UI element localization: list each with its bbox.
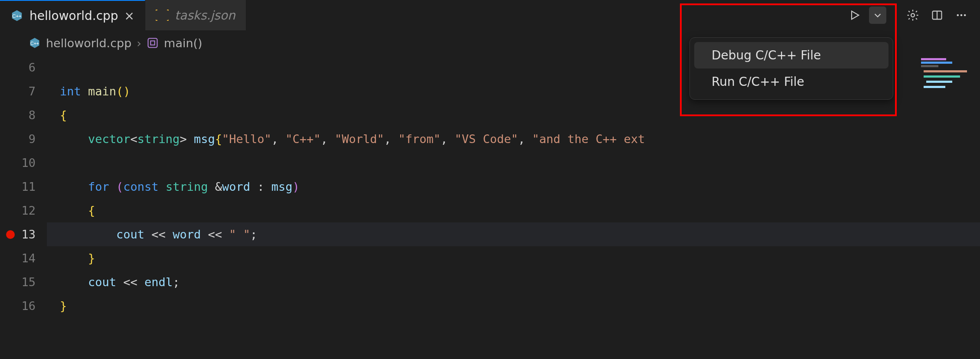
- code-line[interactable]: for (const string &word : msg): [47, 175, 980, 199]
- code-line[interactable]: {: [47, 103, 980, 127]
- tab-label: tasks.json: [175, 8, 235, 23]
- code-line[interactable]: cout << word << " ";: [47, 222, 980, 246]
- line-number: 13: [0, 222, 36, 246]
- code-line[interactable]: }: [47, 294, 980, 318]
- line-number-gutter: 678910111213141516: [0, 55, 47, 359]
- breakpoint-icon[interactable]: [6, 230, 15, 239]
- editor[interactable]: 678910111213141516 int main(){ vector<st…: [0, 55, 980, 359]
- code-line[interactable]: vector<string> msg{"Hello", "C++", "Worl…: [47, 127, 980, 151]
- svg-point-2: [911, 13, 915, 17]
- dropdown-item-run[interactable]: Run C/C++ File: [694, 69, 889, 95]
- split-editor-button[interactable]: [927, 5, 947, 25]
- symbol-function-icon: [147, 37, 159, 49]
- svg-rect-15: [924, 75, 960, 78]
- close-icon[interactable]: ×: [124, 9, 134, 23]
- svg-text:C++: C++: [12, 13, 22, 19]
- run-dropdown-button[interactable]: [869, 7, 886, 24]
- svg-rect-10: [150, 41, 154, 45]
- minimap[interactable]: [918, 55, 975, 116]
- breadcrumb-separator: ›: [137, 36, 141, 50]
- more-actions-button[interactable]: [951, 5, 971, 25]
- svg-point-5: [957, 14, 959, 16]
- cpp-file-icon: C++: [29, 37, 41, 49]
- svg-rect-9: [148, 39, 157, 48]
- line-number: 11: [0, 175, 36, 199]
- svg-rect-17: [924, 86, 945, 88]
- settings-button[interactable]: [903, 5, 923, 25]
- svg-text:{ }: { }: [156, 9, 169, 22]
- code-line[interactable]: [47, 151, 980, 175]
- svg-text:C++: C++: [30, 41, 39, 46]
- line-number: 7: [0, 79, 36, 103]
- code-area[interactable]: int main(){ vector<string> msg{"Hello", …: [47, 55, 980, 359]
- code-line[interactable]: {: [47, 199, 980, 222]
- breadcrumb-file[interactable]: helloworld.cpp: [46, 36, 131, 50]
- svg-rect-14: [924, 70, 967, 72]
- svg-rect-13: [921, 65, 938, 67]
- svg-rect-11: [921, 58, 946, 60]
- line-number: 15: [0, 270, 36, 294]
- tab-bar-spacer: [246, 0, 836, 30]
- svg-rect-12: [921, 62, 952, 64]
- breadcrumb-symbol[interactable]: main(): [164, 36, 203, 50]
- svg-point-7: [964, 14, 966, 16]
- code-line[interactable]: cout << endl;: [47, 270, 980, 294]
- tab-label: helloworld.cpp: [29, 9, 118, 23]
- line-number: 12: [0, 199, 36, 222]
- dropdown-item-debug[interactable]: Debug C/C++ File: [694, 42, 889, 69]
- line-number: 8: [0, 103, 36, 127]
- tab-tasks-json[interactable]: { } tasks.json: [145, 0, 246, 30]
- line-number: 14: [0, 246, 36, 270]
- tab-bar: C++ helloworld.cpp × { } tasks.json: [0, 0, 980, 30]
- line-number: 10: [0, 151, 36, 175]
- tab-helloworld-cpp[interactable]: C++ helloworld.cpp ×: [0, 0, 145, 30]
- line-number: 9: [0, 127, 36, 151]
- line-number: 6: [0, 55, 36, 79]
- run-dropdown-menu: Debug C/C++ File Run C/C++ File: [689, 37, 893, 100]
- run-button[interactable]: [845, 5, 865, 25]
- svg-rect-16: [926, 81, 952, 83]
- line-number: 16: [0, 294, 36, 318]
- svg-point-6: [960, 14, 963, 16]
- json-file-icon: { }: [156, 9, 169, 22]
- cpp-file-icon: C++: [10, 9, 23, 22]
- tab-actions: [836, 0, 980, 30]
- code-line[interactable]: }: [47, 246, 980, 270]
